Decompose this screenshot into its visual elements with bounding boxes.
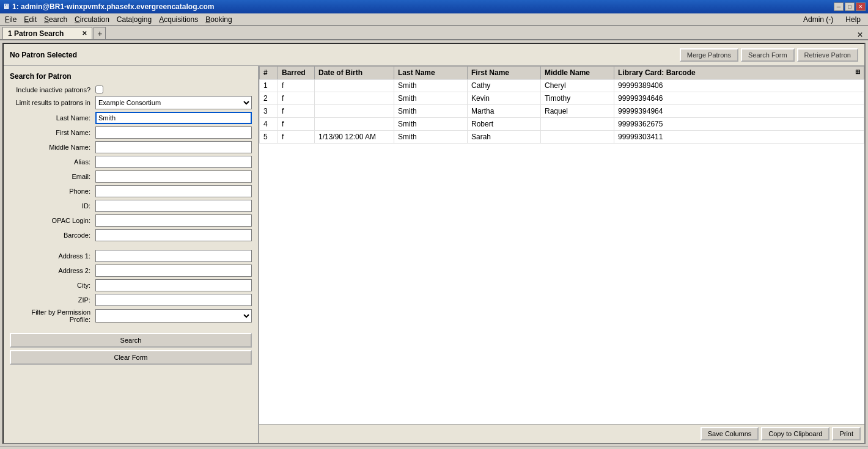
table-row[interactable]: 5 f 1/13/90 12:00 AM Smith Sarah 9999930… — [260, 131, 864, 144]
menu-bar: File Edit Search Circulation Cataloging … — [0, 13, 868, 26]
menu-search[interactable]: Search — [40, 14, 71, 25]
cell-mname — [541, 118, 614, 131]
column-options-icon[interactable]: ⊞ — [855, 68, 860, 75]
table-row[interactable]: 2 f Smith Kevin Timothy 99999394646 — [260, 92, 864, 105]
clear-form-button[interactable]: Clear Form — [10, 350, 252, 365]
table-row[interactable]: 3 f Smith Martha Raquel 99999394964 — [260, 105, 864, 118]
merge-patrons-button[interactable]: Merge Patrons — [680, 48, 738, 62]
col-header-num: # — [260, 67, 278, 79]
window-close-icon[interactable]: ✕ — [857, 31, 866, 39]
cell-fname: Robert — [468, 118, 541, 131]
cell-num: 4 — [260, 118, 278, 131]
cell-fname: Kevin — [468, 92, 541, 105]
col-header-fname: First Name — [468, 67, 541, 79]
close-button[interactable]: ✕ — [856, 2, 866, 11]
id-input[interactable] — [95, 200, 252, 212]
col-header-barred: Barred — [278, 67, 315, 79]
results-table: # Barred Date of Birth Last Name First N… — [259, 66, 864, 144]
menu-edit[interactable]: Edit — [20, 14, 40, 25]
save-columns-button[interactable]: Save Columns — [701, 427, 759, 440]
print-button[interactable]: Print — [832, 427, 861, 440]
maximize-button[interactable]: □ — [845, 2, 855, 11]
tab-close-icon[interactable]: ✕ — [82, 30, 87, 37]
include-inactive-checkbox[interactable] — [95, 86, 103, 93]
include-inactive-row: Include inactive patrons? — [10, 86, 252, 93]
phone-input[interactable] — [95, 185, 252, 197]
menu-booking[interactable]: Booking — [202, 14, 235, 25]
city-input[interactable] — [95, 279, 252, 291]
cell-lname: Smith — [394, 118, 468, 131]
first-name-input[interactable] — [95, 126, 252, 139]
address1-input[interactable] — [95, 250, 252, 262]
alias-input[interactable] — [95, 156, 252, 168]
cell-lname: Smith — [394, 131, 468, 144]
city-row: City: — [10, 279, 252, 291]
permission-profile-label: Filter by Permission Profile: — [10, 308, 95, 323]
cell-barred: f — [278, 105, 315, 118]
content-area: Search for Patron Include inactive patro… — [4, 66, 864, 443]
cell-mname — [541, 131, 614, 144]
menu-circulation[interactable]: Circulation — [71, 14, 113, 25]
cell-fname: Martha — [468, 105, 541, 118]
window-body: No Patron Selected Merge Patrons Search … — [2, 43, 866, 444]
last-name-input[interactable] — [95, 112, 252, 124]
cell-barcode: 99999303411 — [614, 131, 864, 144]
zip-input[interactable] — [95, 294, 252, 306]
menu-acquisitions[interactable]: Acquisitions — [155, 14, 202, 25]
menu-file[interactable]: File — [1, 14, 20, 25]
opac-login-input[interactable] — [95, 214, 252, 227]
cell-lname: Smith — [394, 79, 468, 92]
results-footer: Save Columns Copy to Clipboard Print — [259, 424, 864, 443]
title-bar-title: 🖥 1: admin@BR1-winxpvmfx.phasefx.evergre… — [2, 2, 214, 11]
email-input[interactable] — [95, 170, 252, 183]
phone-row: Phone: — [10, 185, 252, 197]
permission-profile-select[interactable] — [95, 309, 252, 323]
limit-results-label: Limit results to patrons in — [10, 99, 95, 106]
barcode-row: Barcode: — [10, 229, 252, 241]
menu-help[interactable]: Help — [842, 14, 864, 25]
cell-mname: Timothy — [541, 92, 614, 105]
cell-dob — [315, 105, 394, 118]
middle-name-label: Middle Name: — [10, 144, 95, 151]
cell-num: 5 — [260, 131, 278, 144]
opac-login-label: OPAC Login: — [10, 217, 95, 224]
address1-row: Address 1: — [10, 250, 252, 262]
id-row: ID: — [10, 200, 252, 212]
address2-input[interactable] — [95, 265, 252, 277]
menu-admin[interactable]: Admin (-) — [800, 14, 837, 25]
middle-name-row: Middle Name: — [10, 141, 252, 153]
results-table-container: # Barred Date of Birth Last Name First N… — [259, 66, 864, 424]
search-form-button[interactable]: Search Form — [741, 48, 795, 62]
first-name-label: First Name: — [10, 129, 95, 136]
cell-barcode: 99999394964 — [614, 105, 864, 118]
cell-num: 3 — [260, 105, 278, 118]
cell-barred: f — [278, 131, 315, 144]
address1-label: Address 1: — [10, 252, 95, 260]
title-bar-controls: ─ □ ✕ — [834, 2, 866, 11]
barcode-input[interactable] — [95, 229, 252, 241]
address2-row: Address 2: — [10, 265, 252, 277]
tab-patron-search[interactable]: 1 Patron Search ✕ — [2, 27, 92, 39]
search-panel: Search for Patron Include inactive patro… — [4, 66, 259, 443]
search-panel-title: Search for Patron — [10, 72, 252, 81]
retrieve-patron-button[interactable]: Retrieve Patron — [797, 48, 858, 62]
tab-add-button[interactable]: + — [94, 27, 106, 39]
minimize-button[interactable]: ─ — [834, 2, 844, 11]
limit-results-select[interactable]: Example Consortium — [95, 96, 252, 109]
table-row[interactable]: 1 f Smith Cathy Cheryl 99999389406 — [260, 79, 864, 92]
search-button[interactable]: Search — [10, 333, 252, 348]
copy-to-clipboard-button[interactable]: Copy to Clipboard — [761, 427, 829, 440]
table-row[interactable]: 4 f Smith Robert 99999362675 — [260, 118, 864, 131]
action-buttons: Search Clear Form — [10, 333, 252, 371]
middle-name-input[interactable] — [95, 141, 252, 153]
menu-cataloging[interactable]: Cataloging — [113, 14, 155, 25]
cell-barred: f — [278, 79, 315, 92]
cell-mname: Raquel — [541, 105, 614, 118]
last-name-row: Last Name: — [10, 112, 252, 124]
cell-lname: Smith — [394, 92, 468, 105]
tab-bar: 1 Patron Search ✕ + ✕ — [0, 26, 868, 40]
results-panel: # Barred Date of Birth Last Name First N… — [259, 66, 864, 443]
cell-barcode: 99999394646 — [614, 92, 864, 105]
first-name-row: First Name: — [10, 126, 252, 139]
cell-num: 2 — [260, 92, 278, 105]
